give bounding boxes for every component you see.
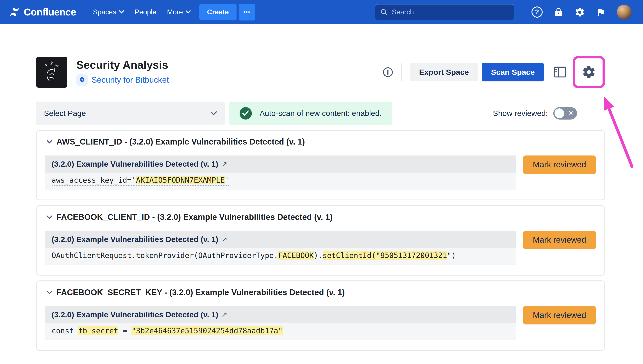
finding-card-aws-client-id: AWS_CLIENT_ID - (3.2.0) Example Vulnerab… [36,130,605,200]
product-name: Confluence [24,6,76,18]
select-page-dropdown[interactable]: Select Page [36,102,225,125]
finding-title: FACEBOOK_SECRET_KEY - (3.2.0) Example Vu… [57,288,345,297]
lock-icon[interactable] [554,7,563,17]
nav-more[interactable]: More [162,4,196,20]
create-button[interactable]: Create [199,4,237,20]
flag-icon[interactable] [596,7,605,17]
nav-people[interactable]: People [129,4,162,20]
finding-card-header[interactable]: FACEBOOK_CLIENT_ID - (3.2.0) Example Vul… [45,212,596,222]
user-avatar[interactable] [617,5,631,20]
mark-reviewed-button[interactable]: Mark reviewed [523,231,596,249]
space-app-badge [76,74,88,86]
chevron-down-icon [210,111,217,116]
annotation-highlight-box [573,56,605,88]
finding-page-title: (3.2.0) Example Vulnerabilities Detected… [52,160,218,168]
nav-more-label: More [167,8,183,16]
page-title: Security Analysis [76,58,169,71]
finding-code-snippet: aws_access_key_id='AKIAIO5FODNN7EXAMPLE' [45,172,516,190]
confluence-logo-icon [9,6,20,18]
finding-page-link[interactable]: (3.2.0) Example Vulnerabilities Detected… [45,306,516,323]
show-reviewed-control: Show reviewed: ✕ [493,107,577,119]
collapse-caret-icon [47,215,52,219]
search-input[interactable] [392,8,508,16]
show-reviewed-toggle[interactable]: ✕ [553,107,577,119]
search-icon [381,8,387,16]
finding-page-title: (3.2.0) Example Vulnerabilities Detected… [52,310,218,319]
svg-text:✳: ✳ [50,60,54,66]
show-reviewed-label: Show reviewed: [493,109,548,118]
mark-reviewed-button[interactable]: Mark reviewed [523,306,596,324]
external-link-icon: ↗ [222,310,227,319]
toggle-knob [554,108,564,118]
scan-space-button[interactable]: Scan Space [482,63,544,82]
top-navigation: Confluence Spaces People More Create •••… [0,0,643,24]
select-page-label: Select Page [44,109,86,118]
controls-row: Select Page Auto-scan of new content: en… [36,102,605,125]
help-icon[interactable]: ? [531,6,543,18]
title-block: Security Analysis Security for Bitbucket [76,58,169,86]
settings-gear-icon[interactable] [574,7,585,18]
finding-card-facebook-client-id: FACEBOOK_CLIENT_ID - (3.2.0) Example Vul… [36,205,605,276]
finding-page-link[interactable]: (3.2.0) Example Vulnerabilities Detected… [45,231,516,248]
divider [401,64,402,81]
chevron-down-icon [119,10,124,14]
toggle-cross-icon: ✕ [568,110,573,117]
sidebar-layout-icon[interactable] [554,66,566,78]
shield-icon [79,76,86,84]
success-check-icon [240,107,252,119]
space-avatar-art: ✳✳✳✳ [40,60,64,84]
nav-spaces[interactable]: Spaces [88,4,129,20]
svg-text:✳: ✳ [53,67,57,73]
nav-people-label: People [135,8,157,16]
space-link[interactable]: Security for Bitbucket [91,75,169,85]
finding-code-snippet: const fb_secret = "3b2e464637e5159024254… [45,323,516,340]
finding-code-snippet: OAuthClientRequest.tokenProvider(OAuthPr… [45,248,516,265]
finding-title: FACEBOOK_CLIENT_ID - (3.2.0) Example Vul… [57,212,333,222]
search-box[interactable] [375,4,514,20]
external-link-icon: ↗ [222,235,227,244]
page-header: ✳✳✳✳ Security Analysis Security for Bitb… [36,56,605,88]
confluence-logo[interactable]: Confluence [9,6,76,18]
header-actions: Export Space Scan Space [383,56,605,88]
main-content: ✳✳✳✳ Security Analysis Security for Bitb… [0,56,643,351]
nav-spaces-label: Spaces [93,8,116,16]
finding-page-link[interactable]: (3.2.0) Example Vulnerabilities Detected… [45,156,516,172]
space-avatar[interactable]: ✳✳✳✳ [36,56,67,88]
collapse-caret-icon [47,140,52,144]
export-space-button[interactable]: Export Space [410,63,478,82]
autoscan-banner-text: Auto-scan of new content: enabled. [260,109,382,118]
nav-overflow-button[interactable]: ••• [239,4,255,20]
finding-card-header[interactable]: AWS_CLIENT_ID - (3.2.0) Example Vulnerab… [45,137,596,146]
space-settings-gear-icon[interactable] [581,65,596,80]
autoscan-banner: Auto-scan of new content: enabled. [229,102,392,125]
finding-title: AWS_CLIENT_ID - (3.2.0) Example Vulnerab… [57,137,305,146]
mark-reviewed-button[interactable]: Mark reviewed [523,156,596,174]
external-link-icon: ↗ [222,160,227,168]
chevron-down-icon [186,10,191,14]
collapse-caret-icon [47,291,52,294]
svg-text:✳: ✳ [44,62,48,68]
finding-card-facebook-secret-key: FACEBOOK_SECRET_KEY - (3.2.0) Example Vu… [36,280,605,351]
info-icon[interactable] [383,67,393,78]
nav-icon-group: ? [531,5,631,20]
finding-card-header[interactable]: FACEBOOK_SECRET_KEY - (3.2.0) Example Vu… [45,288,596,297]
finding-page-title: (3.2.0) Example Vulnerabilities Detected… [52,235,218,244]
